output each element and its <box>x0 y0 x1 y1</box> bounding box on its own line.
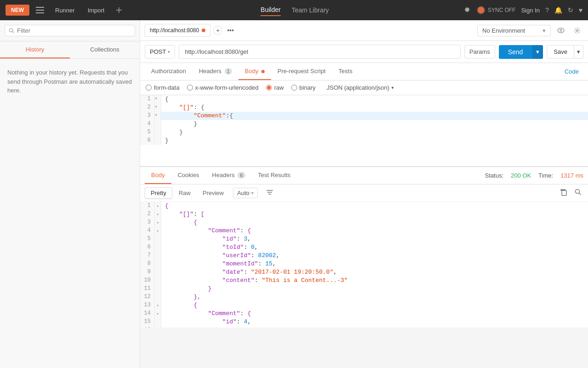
import-button[interactable]: Import <box>83 5 109 16</box>
resp-line-11: 11 } <box>140 285 588 293</box>
copy-response-button[interactable] <box>558 188 569 199</box>
environment-label: No Environment <box>482 27 525 34</box>
svg-point-5 <box>9 29 12 32</box>
resp-line-7: 7 "userId": 82002, <box>140 252 588 260</box>
tab-tests[interactable]: Tests <box>332 63 359 80</box>
raw-radio[interactable] <box>266 85 272 91</box>
heart-icon[interactable]: ♥ <box>579 6 582 14</box>
svg-point-7 <box>558 28 564 33</box>
auto-select-button[interactable]: Auto ▾ <box>233 188 258 198</box>
preview-button[interactable]: Preview <box>197 188 229 198</box>
url-tab-more-button[interactable]: ••• <box>225 26 236 35</box>
send-dropdown-button[interactable]: ▾ <box>532 45 543 59</box>
line-arrow: ▾ <box>155 112 161 120</box>
tab-url-text: http://localhost:8080 <box>150 27 199 34</box>
raw-option[interactable]: raw <box>266 84 284 91</box>
method-chevron-icon: ▾ <box>168 49 170 54</box>
body-tab-label: Body <box>245 68 259 75</box>
form-data-radio[interactable] <box>146 85 152 91</box>
line-content: "Comment":{ <box>161 112 237 120</box>
raw-button[interactable]: Raw <box>173 188 196 198</box>
json-type-select[interactable]: JSON (application/json) ▾ <box>327 84 394 91</box>
tab-pre-request[interactable]: Pre-request Script <box>271 63 332 80</box>
search-icon <box>9 28 14 34</box>
svg-line-6 <box>12 31 14 33</box>
notification-icon[interactable]: 🔔 <box>554 6 562 14</box>
line-number: 5 <box>140 128 155 137</box>
environment-select[interactable]: No Environment ▾ <box>477 25 551 36</box>
params-button[interactable]: Params <box>464 45 495 58</box>
history-tab[interactable]: History <box>0 41 70 58</box>
save-button[interactable]: Save <box>547 45 574 58</box>
tab-builder[interactable]: Builder <box>260 4 281 16</box>
resp-line-13: 13 ▾ { <box>140 301 588 310</box>
resp-line-2: 2 ▾ "[]": [ <box>140 210 588 218</box>
svg-rect-0 <box>36 7 44 8</box>
req-line-6: 6 } <box>140 137 588 145</box>
env-preview-button[interactable] <box>554 26 567 35</box>
line-number: 6 <box>140 137 155 145</box>
settings-icon[interactable] <box>464 6 471 15</box>
req-line-3: 3 ▾ "Comment":{ <box>140 112 588 120</box>
svg-point-8 <box>560 29 562 31</box>
line-content: } <box>161 128 187 137</box>
resp-line-12: 12 }, <box>140 293 588 301</box>
tab-authorization[interactable]: Authorization <box>145 63 192 80</box>
pretty-button[interactable]: Pretty <box>145 187 172 199</box>
resp-tab-body[interactable]: Body <box>145 167 171 184</box>
save-dropdown-button[interactable]: ▾ <box>574 45 583 58</box>
resp-line-15: 15 "id": 4, <box>140 318 588 326</box>
resp-line-num: 1 <box>140 202 155 210</box>
line-content: } <box>161 120 201 128</box>
new-button[interactable]: NEW <box>6 5 29 16</box>
env-settings-button[interactable] <box>571 25 583 36</box>
response-tabs-bar: Body Cookies Headers 6 Test Results Stat… <box>140 167 588 184</box>
search-response-button[interactable] <box>573 188 583 199</box>
add-tab-button[interactable] <box>113 5 125 16</box>
sync-dot <box>477 6 485 14</box>
line-arrow: ▾ <box>155 104 161 112</box>
send-button[interactable]: Send <box>499 45 532 59</box>
tab-headers[interactable]: Headers 1 <box>192 63 238 80</box>
code-link[interactable]: Code <box>560 63 583 80</box>
req-tabs-list: Authorization Headers 1 Body Pre-request… <box>145 63 359 80</box>
line-content: { <box>161 95 172 104</box>
resp-tab-cookies[interactable]: Cookies <box>171 167 206 184</box>
url-input[interactable] <box>179 45 460 59</box>
request-bar: POST ▾ Params Send ▾ Save ▾ <box>140 41 588 63</box>
sidebar-tabs: History Collections <box>0 41 140 59</box>
resp-headers-label: Headers <box>212 172 235 178</box>
sidebar-toggle-button[interactable] <box>33 5 47 15</box>
svg-point-9 <box>577 29 578 31</box>
method-select[interactable]: POST ▾ <box>145 45 175 58</box>
line-number: 1 <box>140 95 155 104</box>
resp-tab-headers[interactable]: Headers 6 <box>206 167 252 184</box>
resp-line-4: 4 ▾ "Comment": { <box>140 227 588 235</box>
sync-icon[interactable]: ↻ <box>568 6 573 14</box>
binary-option[interactable]: binary <box>291 84 316 91</box>
help-icon[interactable]: ? <box>545 6 549 14</box>
content-area: http://localhost:8080 + ••• No Environme… <box>140 20 588 368</box>
request-body-editor[interactable]: 1 ▾ { 2 ▾ "[]": { 3 ▾ "Comment":{ 4 } <box>140 95 588 167</box>
collections-tab[interactable]: Collections <box>70 41 140 58</box>
runner-button[interactable]: Runner <box>51 5 79 16</box>
json-type-chevron-icon: ▾ <box>391 85 394 90</box>
binary-radio[interactable] <box>291 85 297 91</box>
resp-tab-test-results[interactable]: Test Results <box>252 167 297 184</box>
filter-input[interactable] <box>17 27 131 34</box>
tab-body[interactable]: Body <box>238 63 271 80</box>
sign-in-button[interactable]: Sign In <box>521 7 539 14</box>
top-navigation: NEW Runner Import Builder Team Library S… <box>0 0 588 20</box>
response-body-code[interactable]: 1 ▾ { 2 ▾ "[]": [ 3 ▾ { 4 ▾ <box>140 202 588 328</box>
active-url-tab[interactable]: http://localhost:8080 <box>145 24 210 37</box>
auto-label: Auto <box>237 190 249 196</box>
url-encoded-radio[interactable] <box>187 85 193 91</box>
form-data-option[interactable]: form-data <box>146 84 180 91</box>
req-line-5: 5 } <box>140 128 588 137</box>
add-url-tab-button[interactable]: + <box>213 26 222 35</box>
tab-team-library[interactable]: Team Library <box>292 4 329 16</box>
resp-line-8: 8 "momentId": 15, <box>140 260 588 268</box>
req-line-1: 1 ▾ { <box>140 95 588 104</box>
filter-response-button[interactable] <box>260 187 279 199</box>
url-encoded-option[interactable]: x-www-form-urlencoded <box>187 84 259 91</box>
